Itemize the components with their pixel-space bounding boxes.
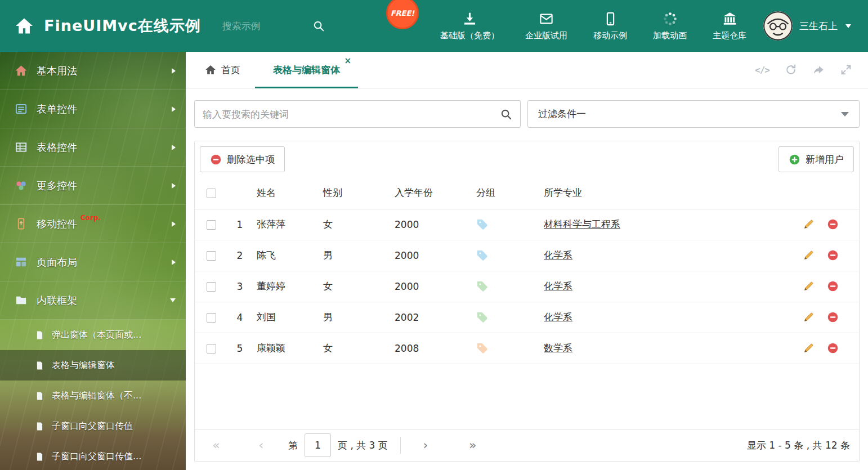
delete-icon[interactable] — [827, 249, 839, 261]
column-actions — [797, 177, 859, 209]
major-link[interactable]: 数学系 — [544, 342, 572, 353]
row-index: 3 — [226, 271, 253, 302]
header-nav: 基础版（免费） 企业版试用 移动示例 加载动画 主题仓库 — [440, 11, 746, 41]
tag-icon — [476, 280, 488, 292]
nav-item-loading-animation[interactable]: 加载动画 — [653, 11, 687, 41]
filter-row: 过滤条件一 — [194, 100, 860, 128]
sidebar-subitem-popup-window[interactable]: 弹出窗体（本页面或... — [0, 320, 186, 350]
nav-item-mobile-demo[interactable]: 移动示例 — [593, 11, 627, 41]
close-icon[interactable]: × — [344, 57, 351, 65]
table-header-row: 姓名 性别 入学年份 分组 所学专业 — [195, 177, 859, 209]
grid-panel: 删除选中项 新增用户 姓名 — [194, 141, 860, 462]
delete-selected-button[interactable]: 删除选中项 — [200, 146, 285, 172]
chevron-right-icon — [172, 145, 176, 150]
download-icon — [462, 11, 477, 26]
tab-grid-edit-window[interactable]: 表格与编辑窗体 × — [255, 52, 358, 88]
row-checkbox[interactable] — [207, 282, 216, 292]
row-gender: 男 — [320, 240, 391, 271]
row-index: 1 — [226, 209, 253, 240]
mobile-icon — [603, 11, 618, 26]
code-icon[interactable]: </> — [755, 65, 769, 75]
edit-icon[interactable] — [803, 280, 815, 292]
sidebar-item-form-controls[interactable]: 表单控件 — [0, 90, 186, 128]
last-page-icon[interactable]: » — [460, 439, 485, 451]
nav-item-basic-free[interactable]: 基础版（免费） — [440, 11, 499, 41]
edit-icon[interactable] — [803, 249, 815, 261]
table-row: 4 刘国 男 2002 化学系 — [195, 302, 859, 333]
tag-icon — [476, 311, 488, 323]
nav-item-label: 移动示例 — [593, 30, 627, 41]
row-name: 张萍萍 — [253, 209, 320, 240]
search-icon[interactable] — [500, 108, 512, 120]
grid-toolbar: 删除选中项 新增用户 — [195, 141, 859, 177]
sidebar-item-grid-controls[interactable]: 表格控件 — [0, 128, 186, 167]
nav-item-label: 加载动画 — [653, 30, 687, 41]
tab-bar: 首页 表格与编辑窗体 × </> — [186, 52, 868, 88]
tab-home[interactable]: 首页 — [190, 52, 255, 88]
user-menu[interactable]: 三生石上 — [763, 11, 851, 41]
delete-icon[interactable] — [827, 218, 839, 230]
sidebar-subitem-child-to-parent[interactable]: 子窗口向父窗口传值 — [0, 411, 186, 441]
major-link[interactable]: 材料科学与工程系 — [544, 218, 620, 230]
corp-badge: Corp. — [80, 214, 101, 222]
nav-item-enterprise-trial[interactable]: 企业版试用 — [525, 11, 567, 41]
file-icon — [35, 361, 44, 370]
edit-icon[interactable] — [803, 218, 815, 230]
share-icon[interactable] — [812, 64, 825, 76]
home-icon[interactable] — [15, 16, 34, 35]
row-gender: 女 — [320, 333, 391, 364]
file-icon — [35, 330, 44, 340]
file-icon — [35, 422, 44, 431]
sidebar-item-more-controls[interactable]: 更多控件 — [0, 167, 186, 205]
major-link[interactable]: 化学系 — [544, 311, 572, 323]
filter-dropdown-value: 过滤条件一 — [538, 108, 586, 120]
delete-icon[interactable] — [827, 280, 839, 292]
spinner-icon — [663, 11, 678, 26]
app-header: FineUIMvc在线示例 FREE! 基础版（免费） 企业版试用 移动示例 — [0, 0, 868, 52]
add-user-button[interactable]: 新增用户 — [778, 146, 854, 172]
delete-icon[interactable] — [827, 342, 839, 354]
nav-item-theme-store[interactable]: 主题仓库 — [713, 11, 746, 41]
edit-icon[interactable] — [803, 311, 815, 323]
sidebar-subitem-child-to-parent-2[interactable]: 子窗口向父窗口传值... — [0, 441, 186, 470]
major-link[interactable]: 化学系 — [544, 249, 572, 261]
row-checkbox[interactable] — [207, 313, 216, 323]
row-name: 刘国 — [253, 302, 320, 333]
prev-page-icon[interactable]: ‹ — [249, 439, 274, 451]
tab-content: 过滤条件一 删除选中项 新增用户 — [186, 88, 868, 470]
column-year: 入学年份 — [391, 177, 473, 209]
column-index — [226, 177, 253, 209]
avatar — [763, 11, 793, 41]
plus-circle-icon — [789, 154, 800, 165]
major-link[interactable]: 化学系 — [544, 280, 572, 292]
edit-icon[interactable] — [803, 342, 815, 354]
form-icon — [15, 102, 28, 115]
keyword-search-input[interactable] — [203, 109, 500, 120]
sidebar-item-basic-usage[interactable]: 基本用法 — [0, 52, 186, 90]
row-year: 2002 — [391, 302, 473, 333]
header-search-input[interactable] — [222, 20, 307, 32]
row-checkbox[interactable] — [207, 251, 216, 261]
sidebar-item-page-layout[interactable]: 页面布局 — [0, 243, 186, 281]
sidebar-subitem-grid-edit-window-2[interactable]: 表格与编辑窗体（不... — [0, 381, 186, 411]
chevron-right-icon — [172, 221, 176, 227]
refresh-icon[interactable] — [785, 64, 797, 76]
filter-dropdown[interactable]: 过滤条件一 — [527, 100, 860, 128]
sidebar-item-mobile-controls[interactable]: 移动控件 Corp. — [0, 205, 186, 243]
sidebar-subitem-grid-edit-window[interactable]: 表格与编辑窗体 — [0, 350, 186, 381]
row-checkbox[interactable] — [207, 220, 216, 230]
column-gender: 性别 — [320, 177, 391, 209]
search-icon[interactable] — [312, 20, 325, 32]
keyword-search — [194, 100, 521, 128]
pagination-summary: 显示 1 - 5 条 , 共 12 条 — [747, 439, 850, 452]
expand-icon[interactable] — [840, 64, 852, 76]
folder-icon — [15, 294, 28, 307]
page-number-input[interactable] — [305, 433, 331, 457]
next-page-icon[interactable]: › — [413, 439, 438, 451]
sidebar-item-inline-frame[interactable]: 内联框架 — [0, 281, 186, 320]
select-all-checkbox[interactable] — [207, 189, 216, 198]
row-year: 2000 — [391, 240, 473, 271]
row-checkbox[interactable] — [207, 344, 216, 353]
delete-icon[interactable] — [827, 311, 839, 323]
first-page-icon[interactable]: « — [204, 439, 229, 451]
